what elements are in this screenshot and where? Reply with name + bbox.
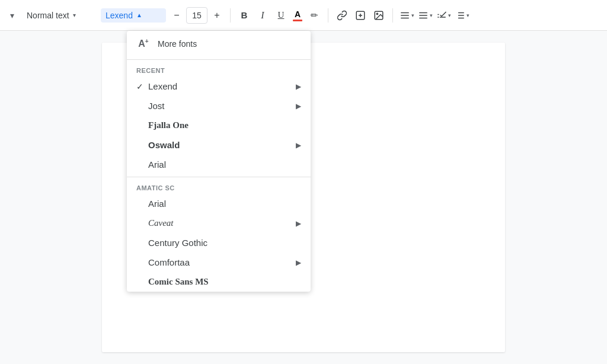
more-fonts-btn[interactable]: A+ More fonts <box>127 31 311 57</box>
font-name-arial-all: Arial <box>148 199 301 209</box>
font-item-comic-sans[interactable]: Comic Sans MS <box>127 272 311 292</box>
text-style-dropdown[interactable]: Normal text ▾ <box>21 8 98 23</box>
separator-1 <box>127 59 311 60</box>
text-color-btn[interactable]: A <box>290 8 305 23</box>
svg-point-4 <box>376 13 378 14</box>
decrease-font-btn[interactable]: − <box>168 7 185 24</box>
font-size-input[interactable] <box>186 7 207 24</box>
separator-2 <box>127 177 311 177</box>
font-dropdown-arrow: ▲ <box>136 12 142 18</box>
font-name-century-gothic: Century Gothic <box>148 238 301 248</box>
font-dropdown[interactable]: Lexend ▲ <box>101 8 166 23</box>
align-icon <box>400 10 410 21</box>
italic-btn[interactable]: I <box>254 7 271 24</box>
text-color-label: A <box>295 9 301 19</box>
insert-group <box>333 7 388 24</box>
font-item-fjalla[interactable]: Fjalla One <box>127 116 311 135</box>
font-size-control: − + <box>168 7 225 24</box>
insert-icon <box>355 10 366 21</box>
bold-btn[interactable]: B <box>235 7 253 24</box>
more-fonts-icon: A+ <box>136 37 151 51</box>
link-btn[interactable] <box>333 7 351 24</box>
underline-btn[interactable]: U <box>272 7 290 24</box>
line-spacing-btn[interactable]: ▾ <box>416 7 434 24</box>
arrow-icon: ▶ <box>296 258 301 267</box>
align-btn[interactable]: ▾ <box>398 7 416 24</box>
divider-3 <box>392 8 393 23</box>
format-group: ▾ ▾ ▾ <box>398 7 471 24</box>
toolbar: ▾ Normal text ▾ Lexend ▲ − + B I U A <box>0 0 607 31</box>
insert-btn[interactable] <box>352 7 369 24</box>
font-item-caveat[interactable]: Caveat ▶ <box>127 213 311 233</box>
font-item-lexend[interactable]: ✓ Lexend ▶ <box>127 76 311 96</box>
image-icon <box>373 10 384 21</box>
line-spacing-icon <box>418 10 429 21</box>
font-item-arial-all[interactable]: Arial <box>127 194 311 213</box>
font-item-century-gothic[interactable]: Century Gothic <box>127 233 311 253</box>
link-icon <box>337 10 347 21</box>
text-style-label: Normal text <box>27 11 69 20</box>
font-name-fjalla: Fjalla One <box>148 120 301 130</box>
font-name-arial-recent: Arial <box>148 159 301 170</box>
text-style-arrow: ▾ <box>73 12 76 18</box>
font-name-comfortaa: Comfortaa <box>148 257 296 267</box>
font-item-comfortaa[interactable]: Comfortaa ▶ <box>127 253 311 272</box>
list-icon <box>455 10 465 21</box>
font-item-jost[interactable]: Jost ▶ <box>127 96 311 116</box>
text-format-group: B I U A ✏ <box>235 7 323 24</box>
color-indicator <box>293 20 302 21</box>
increase-font-btn[interactable]: + <box>209 7 225 24</box>
arrow-icon: ▶ <box>296 141 301 149</box>
font-name-comic-sans: Comic Sans MS <box>148 277 301 287</box>
font-name-label: Lexend <box>106 11 133 20</box>
arrow-icon: ▶ <box>296 219 301 228</box>
check-icon: ✓ <box>136 82 148 91</box>
list-btn[interactable]: ▾ <box>453 7 471 24</box>
font-name-oswald: Oswald <box>148 140 296 150</box>
divider-1 <box>230 8 231 23</box>
font-item-arial-recent[interactable]: Arial <box>127 155 311 174</box>
divider-2 <box>328 8 328 23</box>
image-btn[interactable] <box>370 7 388 24</box>
all-fonts-section[interactable]: AMATIC SC Arial Caveat ▶ Century Gothic … <box>127 180 311 292</box>
font-name-lexend: Lexend <box>148 81 296 91</box>
font-name-jost: Jost <box>148 101 296 111</box>
recent-section-label: RECENT <box>127 62 311 76</box>
more-fonts-label: More fonts <box>158 39 197 49</box>
all-fonts-section-label: AMATIC SC <box>127 180 311 194</box>
checklist-btn[interactable]: ▾ <box>435 7 452 24</box>
font-name-caveat: Caveat <box>148 218 296 228</box>
arrow-icon: ▶ <box>296 82 301 91</box>
highlight-btn[interactable]: ✏ <box>305 7 323 24</box>
font-dropdown-menu: A+ More fonts RECENT ✓ Lexend ▶ Jost ▶ F… <box>127 31 311 292</box>
checklist-icon <box>436 10 447 21</box>
font-item-oswald[interactable]: Oswald ▶ <box>127 135 311 155</box>
toolbar-expand-btn[interactable]: ▾ <box>5 8 19 23</box>
arrow-icon: ▶ <box>296 102 301 110</box>
